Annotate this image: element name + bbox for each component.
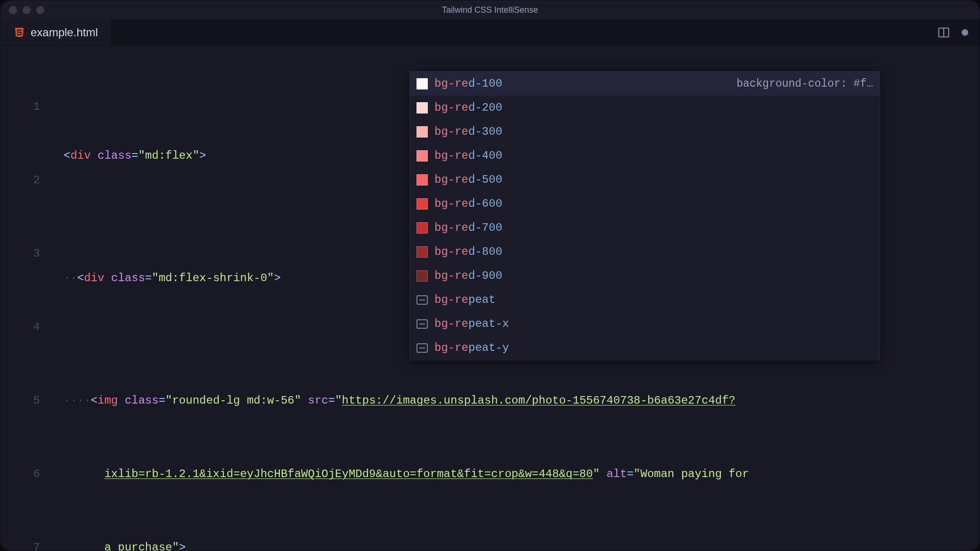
- suggest-label: bg-repeat: [434, 288, 496, 312]
- suggest-label: bg-red-900: [434, 264, 502, 288]
- suggest-item[interactable]: bg-red-800: [410, 240, 880, 264]
- tabbar-actions: [937, 19, 980, 45]
- suggest-item[interactable]: bg-red-600: [410, 192, 880, 216]
- value-kind-icon: [416, 319, 428, 329]
- suggest-item[interactable]: bg-red-400: [410, 144, 880, 168]
- autocomplete-popup[interactable]: bg-red-100background-color: #f…bg-red-20…: [409, 71, 880, 360]
- editor-window: Tailwind CSS IntelliSense example.html 1…: [0, 0, 980, 551]
- value-kind-icon: [416, 343, 428, 353]
- tab-filename: example.html: [31, 26, 98, 39]
- suggest-detail: background-color: #f…: [736, 72, 873, 96]
- window-title: Tailwind CSS IntelliSense: [0, 5, 980, 15]
- line-number-gutter: 1 2 3 4 5 6 7 8 9 10 11: [0, 46, 52, 551]
- suggest-label: bg-red-400: [434, 144, 502, 168]
- line-number: 5: [0, 389, 40, 413]
- code-editor[interactable]: 1 2 3 4 5 6 7 8 9 10 11 <div class="md:f…: [0, 46, 980, 551]
- titlebar: Tailwind CSS IntelliSense: [0, 0, 980, 19]
- suggest-item[interactable]: bg-red-300: [410, 120, 880, 144]
- line-number: 4: [0, 315, 40, 340]
- suggest-label: bg-repeat-y: [434, 336, 509, 360]
- color-swatch-icon: [416, 198, 428, 210]
- suggest-label: bg-red-200: [434, 96, 502, 120]
- line-number: 1: [0, 95, 40, 119]
- tab-example-html[interactable]: example.html: [0, 19, 112, 45]
- close-dot-icon[interactable]: [9, 6, 17, 14]
- line-number: 2: [0, 168, 40, 193]
- color-swatch-icon: [416, 270, 428, 282]
- unsaved-indicator-icon: [962, 29, 968, 36]
- color-swatch-icon: [416, 246, 428, 258]
- color-swatch-icon: [416, 126, 428, 138]
- line-number: 6: [0, 462, 40, 486]
- html-file-icon: [14, 27, 25, 38]
- tabbar: example.html: [0, 19, 980, 46]
- value-kind-icon: [416, 295, 428, 305]
- suggest-label: bg-red-600: [434, 192, 502, 216]
- suggest-label: bg-red-800: [434, 240, 502, 264]
- line-number: 3: [0, 242, 40, 266]
- tab-group: example.html: [0, 19, 112, 45]
- color-swatch-icon: [416, 150, 428, 162]
- traffic-lights: [9, 6, 44, 14]
- suggest-item[interactable]: bg-repeat-x: [410, 312, 880, 336]
- suggest-item[interactable]: bg-red-700: [410, 216, 880, 240]
- suggest-item[interactable]: bg-repeat-y: [410, 336, 880, 360]
- color-swatch-icon: [416, 78, 428, 89]
- minimize-dot-icon[interactable]: [23, 6, 31, 14]
- suggest-item[interactable]: bg-red-200: [410, 96, 880, 120]
- code-line-wrap[interactable]: a purchase">: [64, 535, 980, 551]
- suggest-label: bg-red-300: [434, 120, 502, 144]
- color-swatch-icon: [416, 222, 428, 234]
- suggest-label: bg-red-100: [434, 72, 502, 96]
- suggest-label: bg-red-500: [434, 168, 502, 192]
- line-number: 7: [0, 535, 40, 551]
- suggest-item[interactable]: bg-repeat: [410, 288, 880, 312]
- suggest-label: bg-repeat-x: [434, 312, 509, 336]
- suggest-item[interactable]: bg-red-500: [410, 168, 880, 192]
- suggest-item[interactable]: bg-red-900: [410, 264, 880, 288]
- code-line[interactable]: ····<img class="rounded-lg md:w-56" src=…: [64, 389, 980, 413]
- code-area[interactable]: <div class="md:flex"> ··<div class="md:f…: [52, 46, 980, 551]
- color-swatch-icon: [416, 102, 428, 113]
- split-editor-icon[interactable]: [937, 26, 950, 39]
- suggest-item[interactable]: bg-red-100background-color: #f…: [410, 72, 880, 96]
- color-swatch-icon: [416, 174, 428, 186]
- code-line-wrap[interactable]: ixlib=rb-1.2.1&ixid=eyJhcHBfaWQiOjEyMDd9…: [64, 462, 980, 486]
- suggest-label: bg-red-700: [434, 216, 502, 240]
- zoom-dot-icon[interactable]: [36, 6, 44, 14]
